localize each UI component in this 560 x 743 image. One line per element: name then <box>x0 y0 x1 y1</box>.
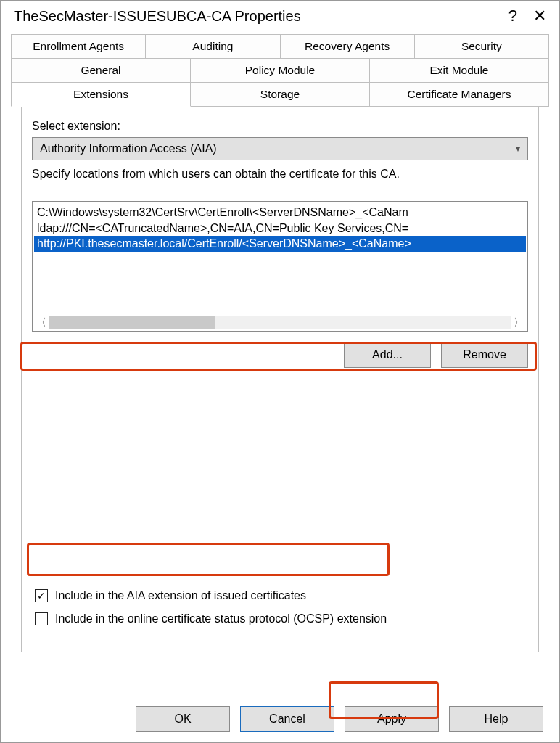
remove-button[interactable]: Remove <box>441 342 528 368</box>
ok-button[interactable]: OK <box>136 706 230 732</box>
scroll-left-icon[interactable]: 〈 <box>34 316 49 329</box>
tab-exit-module[interactable]: Exit Module <box>370 59 549 83</box>
help-icon[interactable]: ? <box>508 7 517 25</box>
checkbox-include-aia[interactable]: ✓ <box>35 589 48 602</box>
dialog-footer: OK Cancel Apply Help <box>1 706 559 732</box>
select-extension-label: Select extension: <box>32 120 528 133</box>
list-item[interactable]: http://PKI.thesecmaster.local/CertEnroll… <box>34 236 526 252</box>
tab-extensions[interactable]: Extensions <box>11 83 191 107</box>
tab-storage[interactable]: Storage <box>191 83 370 107</box>
add-button[interactable]: Add... <box>344 342 431 368</box>
select-extension-dropdown[interactable]: Authority Information Access (AIA) ▾ <box>32 137 528 160</box>
tab-certificate-managers[interactable]: Certificate Managers <box>370 83 549 107</box>
help-button[interactable]: Help <box>449 706 543 732</box>
tab-policy-module[interactable]: Policy Module <box>191 59 370 83</box>
checkbox-include-ocsp[interactable] <box>35 612 48 625</box>
locations-listbox[interactable]: C:\Windows\system32\CertSrv\CertEnroll\<… <box>32 201 528 332</box>
list-item[interactable]: C:\Windows\system32\CertSrv\CertEnroll\<… <box>34 205 526 221</box>
tab-general[interactable]: General <box>11 59 191 83</box>
window-title: TheSecMaster-ISSUESUBCA-CA Properties <box>14 8 301 25</box>
close-icon[interactable]: ✕ <box>533 7 546 25</box>
cancel-button[interactable]: Cancel <box>240 706 334 732</box>
scroll-right-icon[interactable]: 〉 <box>511 316 526 329</box>
checkbox-include-ocsp-label: Include in the online certificate status… <box>55 612 387 625</box>
tab-security[interactable]: Security <box>415 34 549 59</box>
tab-content: Select extension: Authority Information … <box>21 107 539 652</box>
titlebar: TheSecMaster-ISSUESUBCA-CA Properties ? … <box>1 1 559 30</box>
dropdown-value: Authority Information Access (AIA) <box>40 142 217 155</box>
tab-enrollment-agents[interactable]: Enrollment Agents <box>11 34 146 59</box>
horizontal-scrollbar[interactable]: 〈 〉 <box>34 315 526 331</box>
tab-auditing[interactable]: Auditing <box>146 34 280 59</box>
tabs: Enrollment Agents Auditing Recovery Agen… <box>1 30 559 652</box>
list-item[interactable]: ldap:///CN=<CATruncatedName>,CN=AIA,CN=P… <box>34 221 526 237</box>
scrollbar-thumb[interactable] <box>49 316 215 329</box>
apply-button[interactable]: Apply <box>345 706 439 732</box>
checkbox-include-aia-label: Include in the AIA extension of issued c… <box>55 589 306 602</box>
chevron-down-icon: ▾ <box>516 144 520 154</box>
tab-recovery-agents[interactable]: Recovery Agents <box>281 34 415 59</box>
locations-description: Specify locations from which users can o… <box>32 168 528 181</box>
